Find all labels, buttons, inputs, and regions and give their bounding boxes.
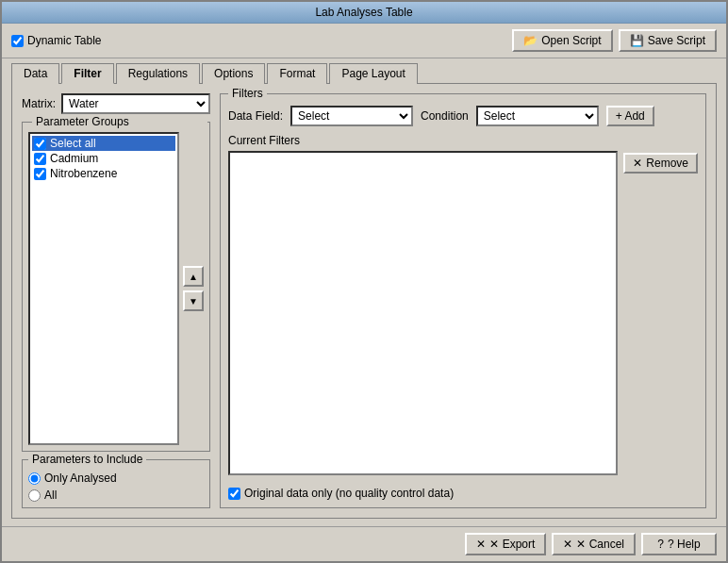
filter-row: Data Field: Select Condition Select + Ad…	[228, 106, 698, 126]
arrow-buttons: ▲ ▼	[183, 132, 204, 445]
nitrobenzene-checkbox[interactable]	[34, 168, 46, 180]
params-include-title: Parameters to Include	[28, 453, 146, 466]
matrix-select[interactable]: Water	[61, 93, 210, 114]
open-script-icon: 📂	[523, 34, 538, 47]
param-select-all[interactable]: Select all	[32, 136, 175, 151]
right-panel: Filters Data Field: Select Condition Sel…	[220, 93, 706, 508]
condition-label: Condition	[421, 109, 469, 123]
all-label: All	[44, 488, 57, 502]
radio-group: Only Analysed All	[28, 472, 204, 502]
remove-button[interactable]: ✕ Remove	[623, 153, 698, 174]
filters-title: Filters	[228, 87, 267, 100]
left-panel: Matrix: Water Parameter Groups Select al…	[22, 93, 210, 508]
all-radio[interactable]	[28, 489, 41, 502]
dynamic-table-label: Dynamic Table	[27, 34, 101, 47]
cancel-label: ✕ Cancel	[576, 538, 624, 551]
only-analysed-radio[interactable]	[28, 472, 41, 485]
add-label: + Add	[616, 109, 645, 123]
footer: ✕ ✕ Export ✕ ✕ Cancel ? ? Help	[2, 526, 726, 561]
current-filters-list[interactable]	[228, 151, 618, 475]
cancel-button[interactable]: ✕ ✕ Cancel	[552, 533, 636, 555]
help-button[interactable]: ? ? Help	[641, 533, 717, 555]
export-label: ✕ Export	[489, 538, 535, 551]
param-item-nitrobenzene[interactable]: Nitrobenzene	[32, 166, 175, 181]
cancel-icon: ✕	[563, 538, 572, 551]
cadmium-checkbox[interactable]	[34, 153, 46, 165]
param-item-cadmium[interactable]: Cadmium	[32, 151, 175, 166]
original-data-row: Original data only (no quality control d…	[228, 487, 698, 500]
export-button[interactable]: ✕ ✕ Export	[465, 533, 546, 555]
cadmium-label: Cadmium	[50, 152, 98, 165]
matrix-row: Matrix: Water	[22, 93, 210, 114]
help-label: ? Help	[668, 538, 701, 551]
main-window: Lab Analyses Table Dynamic Table 📂 Open …	[0, 0, 728, 563]
dynamic-table-checkbox-label[interactable]: Dynamic Table	[11, 34, 101, 47]
all-radio-label[interactable]: All	[28, 488, 204, 502]
move-down-button[interactable]: ▼	[183, 290, 204, 311]
open-script-label: Open Script	[541, 34, 601, 47]
tab-data[interactable]: Data	[11, 63, 59, 84]
window-title: Lab Analyses Table	[315, 6, 412, 19]
tab-filter[interactable]: Filter	[61, 63, 113, 84]
help-icon: ?	[657, 538, 664, 551]
current-filters-section: Current Filters ✕ Remove	[228, 134, 698, 475]
tab-bar: Data Filter Regulations Options Format P…	[2, 58, 726, 83]
save-script-icon: 💾	[630, 34, 644, 47]
arrow-down-icon: ▼	[189, 296, 198, 306]
title-bar: Lab Analyses Table	[2, 2, 726, 24]
dynamic-table-checkbox[interactable]	[11, 35, 24, 47]
save-script-label: Save Script	[648, 34, 705, 47]
parameter-groups-box: Parameter Groups Select all Cadmium	[22, 122, 210, 452]
export-icon: ✕	[476, 538, 486, 551]
toolbar: Dynamic Table 📂 Open Script 💾 Save Scrip…	[2, 24, 726, 58]
select-all-checkbox[interactable]	[34, 138, 46, 150]
only-analysed-label: Only Analysed	[44, 472, 117, 485]
current-filters-label: Current Filters	[228, 134, 698, 147]
save-script-button[interactable]: 💾 Save Script	[619, 29, 717, 52]
condition-select[interactable]: Select	[476, 106, 599, 126]
toolbar-left: Dynamic Table	[11, 34, 505, 47]
arrow-up-icon: ▲	[189, 272, 198, 282]
filter-tab-content: Matrix: Water Parameter Groups Select al…	[11, 83, 717, 519]
only-analysed-radio-label[interactable]: Only Analysed	[28, 472, 204, 485]
original-data-label: Original data only (no quality control d…	[244, 487, 454, 500]
original-data-checkbox-label[interactable]: Original data only (no quality control d…	[228, 487, 454, 500]
remove-label: Remove	[646, 157, 688, 170]
open-script-button[interactable]: 📂 Open Script	[512, 29, 612, 52]
current-filters-inner: ✕ Remove	[228, 151, 698, 475]
original-data-checkbox[interactable]	[228, 488, 240, 500]
nitrobenzene-label: Nitrobenzene	[50, 167, 117, 180]
matrix-label: Matrix:	[22, 97, 56, 110]
param-groups-inner: Select all Cadmium Nitrobenzene	[28, 132, 204, 445]
data-field-label: Data Field:	[228, 109, 283, 123]
select-all-label: Select all	[50, 137, 96, 150]
param-list[interactable]: Select all Cadmium Nitrobenzene	[28, 132, 179, 445]
params-include-box: Parameters to Include Only Analysed All	[22, 459, 210, 508]
parameter-groups-title: Parameter Groups	[32, 115, 207, 128]
data-field-select[interactable]: Select	[290, 106, 413, 126]
tab-format[interactable]: Format	[267, 63, 327, 84]
add-button[interactable]: + Add	[606, 106, 654, 126]
tab-regulations[interactable]: Regulations	[116, 63, 200, 84]
remove-icon: ✕	[633, 157, 642, 170]
filters-group: Filters Data Field: Select Condition Sel…	[220, 93, 706, 508]
toolbar-right: 📂 Open Script 💾 Save Script	[512, 29, 717, 52]
tab-options[interactable]: Options	[202, 63, 265, 84]
tab-page-layout[interactable]: Page Layout	[329, 63, 417, 84]
move-up-button[interactable]: ▲	[183, 266, 204, 287]
